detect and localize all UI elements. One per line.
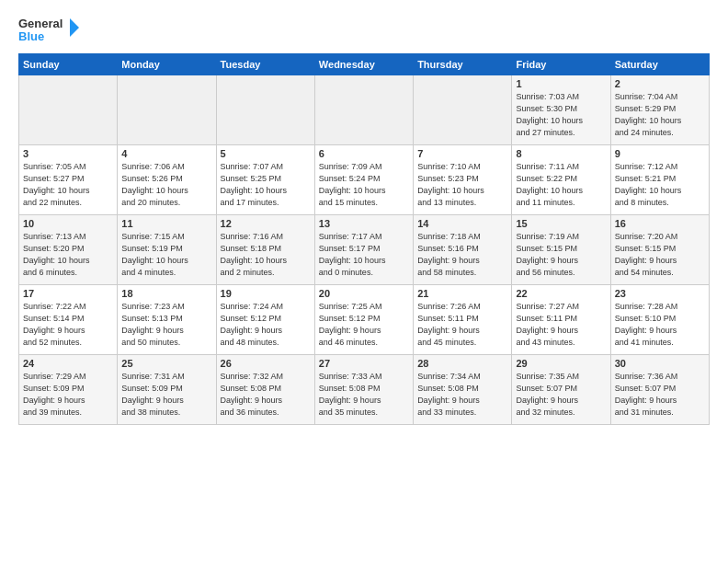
day-number: 5 (221, 148, 311, 159)
day-info: Sunrise: 7:18 AM Sunset: 5:16 PM Dayligh… (417, 231, 507, 279)
day-number: 18 (121, 288, 211, 299)
day-cell: 15Sunrise: 7:19 AM Sunset: 5:15 PM Dayli… (512, 215, 610, 285)
calendar-header-row: SundayMondayTuesdayWednesdayThursdayFrid… (19, 54, 710, 75)
day-cell: 10Sunrise: 7:13 AM Sunset: 5:20 PM Dayli… (19, 215, 118, 285)
day-cell: 25Sunrise: 7:31 AM Sunset: 5:09 PM Dayli… (118, 355, 216, 425)
day-number: 12 (221, 218, 311, 229)
day-info: Sunrise: 7:22 AM Sunset: 5:14 PM Dayligh… (23, 301, 113, 349)
day-number: 21 (417, 288, 507, 299)
day-info: Sunrise: 7:05 AM Sunset: 5:27 PM Dayligh… (23, 161, 113, 209)
day-info: Sunrise: 7:03 AM Sunset: 5:30 PM Dayligh… (516, 91, 606, 139)
day-number: 19 (221, 288, 311, 299)
day-cell: 5Sunrise: 7:07 AM Sunset: 5:25 PM Daylig… (216, 145, 314, 215)
day-info: Sunrise: 7:27 AM Sunset: 5:11 PM Dayligh… (516, 301, 606, 349)
day-info: Sunrise: 7:15 AM Sunset: 5:19 PM Dayligh… (121, 231, 211, 279)
day-number: 26 (221, 358, 311, 369)
day-cell: 11Sunrise: 7:15 AM Sunset: 5:19 PM Dayli… (118, 215, 216, 285)
day-cell: 29Sunrise: 7:35 AM Sunset: 5:07 PM Dayli… (512, 355, 610, 425)
day-cell: 7Sunrise: 7:10 AM Sunset: 5:23 PM Daylig… (414, 145, 512, 215)
day-info: Sunrise: 7:35 AM Sunset: 5:07 PM Dayligh… (516, 371, 606, 419)
day-cell: 26Sunrise: 7:32 AM Sunset: 5:08 PM Dayli… (216, 355, 314, 425)
day-info: Sunrise: 7:34 AM Sunset: 5:08 PM Dayligh… (417, 371, 507, 419)
day-info: Sunrise: 7:11 AM Sunset: 5:22 PM Dayligh… (516, 161, 606, 209)
day-cell: 6Sunrise: 7:09 AM Sunset: 5:24 PM Daylig… (314, 145, 413, 215)
day-info: Sunrise: 7:19 AM Sunset: 5:15 PM Dayligh… (516, 231, 606, 279)
day-cell (216, 75, 314, 145)
header-tuesday: Tuesday (216, 54, 314, 75)
week-row-3: 10Sunrise: 7:13 AM Sunset: 5:20 PM Dayli… (19, 215, 710, 285)
svg-marker-2 (70, 18, 79, 37)
day-number: 22 (516, 288, 606, 299)
day-info: Sunrise: 7:32 AM Sunset: 5:08 PM Dayligh… (221, 371, 311, 419)
day-number: 6 (319, 148, 409, 159)
day-number: 2 (615, 78, 705, 89)
header-wednesday: Wednesday (314, 54, 413, 75)
day-cell: 23Sunrise: 7:28 AM Sunset: 5:10 PM Dayli… (610, 285, 709, 355)
day-cell: 19Sunrise: 7:24 AM Sunset: 5:12 PM Dayli… (216, 285, 314, 355)
day-info: Sunrise: 7:16 AM Sunset: 5:18 PM Dayligh… (221, 231, 311, 279)
day-cell: 21Sunrise: 7:26 AM Sunset: 5:11 PM Dayli… (414, 285, 512, 355)
header-friday: Friday (512, 54, 610, 75)
day-cell: 12Sunrise: 7:16 AM Sunset: 5:18 PM Dayli… (216, 215, 314, 285)
day-cell: 20Sunrise: 7:25 AM Sunset: 5:12 PM Dayli… (314, 285, 413, 355)
day-info: Sunrise: 7:23 AM Sunset: 5:13 PM Dayligh… (121, 301, 211, 349)
day-info: Sunrise: 7:13 AM Sunset: 5:20 PM Dayligh… (23, 231, 113, 279)
day-number: 30 (615, 358, 705, 369)
day-number: 20 (319, 288, 409, 299)
day-info: Sunrise: 7:09 AM Sunset: 5:24 PM Dayligh… (319, 161, 409, 209)
day-info: Sunrise: 7:29 AM Sunset: 5:09 PM Dayligh… (23, 371, 113, 419)
week-row-4: 17Sunrise: 7:22 AM Sunset: 5:14 PM Dayli… (19, 285, 710, 355)
day-cell: 4Sunrise: 7:06 AM Sunset: 5:26 PM Daylig… (118, 145, 216, 215)
day-info: Sunrise: 7:26 AM Sunset: 5:11 PM Dayligh… (417, 301, 507, 349)
day-cell: 18Sunrise: 7:23 AM Sunset: 5:13 PM Dayli… (118, 285, 216, 355)
day-info: Sunrise: 7:10 AM Sunset: 5:23 PM Dayligh… (417, 161, 507, 209)
day-number: 11 (121, 218, 211, 229)
day-cell: 22Sunrise: 7:27 AM Sunset: 5:11 PM Dayli… (512, 285, 610, 355)
day-cell: 14Sunrise: 7:18 AM Sunset: 5:16 PM Dayli… (414, 215, 512, 285)
day-info: Sunrise: 7:07 AM Sunset: 5:25 PM Dayligh… (221, 161, 311, 209)
day-number: 23 (615, 288, 705, 299)
day-info: Sunrise: 7:25 AM Sunset: 5:12 PM Dayligh… (319, 301, 409, 349)
day-number: 17 (23, 288, 113, 299)
day-number: 24 (23, 358, 113, 369)
day-info: Sunrise: 7:12 AM Sunset: 5:21 PM Dayligh… (615, 161, 705, 209)
day-info: Sunrise: 7:28 AM Sunset: 5:10 PM Dayligh… (615, 301, 705, 349)
day-number: 16 (615, 218, 705, 229)
svg-text:General: General (18, 17, 63, 30)
day-info: Sunrise: 7:33 AM Sunset: 5:08 PM Dayligh… (319, 371, 409, 419)
day-cell: 17Sunrise: 7:22 AM Sunset: 5:14 PM Dayli… (19, 285, 118, 355)
day-number: 13 (319, 218, 409, 229)
day-cell: 24Sunrise: 7:29 AM Sunset: 5:09 PM Dayli… (19, 355, 118, 425)
week-row-1: 1Sunrise: 7:03 AM Sunset: 5:30 PM Daylig… (19, 75, 710, 145)
day-cell: 9Sunrise: 7:12 AM Sunset: 5:21 PM Daylig… (610, 145, 709, 215)
header-thursday: Thursday (414, 54, 512, 75)
day-info: Sunrise: 7:24 AM Sunset: 5:12 PM Dayligh… (221, 301, 311, 349)
day-cell: 8Sunrise: 7:11 AM Sunset: 5:22 PM Daylig… (512, 145, 610, 215)
day-info: Sunrise: 7:06 AM Sunset: 5:26 PM Dayligh… (121, 161, 211, 209)
header-saturday: Saturday (610, 54, 709, 75)
day-number: 4 (121, 148, 211, 159)
day-cell: 30Sunrise: 7:36 AM Sunset: 5:07 PM Dayli… (610, 355, 709, 425)
day-number: 25 (121, 358, 211, 369)
day-cell: 27Sunrise: 7:33 AM Sunset: 5:08 PM Dayli… (314, 355, 413, 425)
day-number: 3 (23, 148, 113, 159)
day-cell (414, 75, 512, 145)
day-info: Sunrise: 7:31 AM Sunset: 5:09 PM Dayligh… (121, 371, 211, 419)
day-cell: 16Sunrise: 7:20 AM Sunset: 5:15 PM Dayli… (610, 215, 709, 285)
day-number: 14 (417, 218, 507, 229)
day-info: Sunrise: 7:20 AM Sunset: 5:15 PM Dayligh… (615, 231, 705, 279)
day-number: 1 (516, 78, 606, 89)
week-row-2: 3Sunrise: 7:05 AM Sunset: 5:27 PM Daylig… (19, 145, 710, 215)
day-number: 29 (516, 358, 606, 369)
day-cell: 13Sunrise: 7:17 AM Sunset: 5:17 PM Dayli… (314, 215, 413, 285)
day-cell (118, 75, 216, 145)
header-monday: Monday (118, 54, 216, 75)
day-number: 10 (23, 218, 113, 229)
calendar-table: SundayMondayTuesdayWednesdayThursdayFrid… (18, 53, 710, 425)
logo-svg: General Blue (18, 15, 83, 44)
day-number: 8 (516, 148, 606, 159)
day-info: Sunrise: 7:17 AM Sunset: 5:17 PM Dayligh… (319, 231, 409, 279)
day-number: 28 (417, 358, 507, 369)
day-cell (19, 75, 118, 145)
day-info: Sunrise: 7:04 AM Sunset: 5:29 PM Dayligh… (615, 91, 705, 139)
